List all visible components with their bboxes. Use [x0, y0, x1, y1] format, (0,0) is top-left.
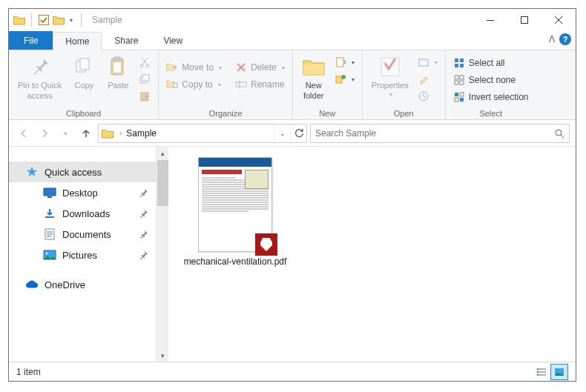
- ribbon: Pin to Quick access Copy Paste: [9, 50, 576, 120]
- ribbon-collapse-icon[interactable]: ᐱ: [549, 34, 555, 44]
- history-icon: [418, 90, 429, 102]
- folder-icon: [99, 128, 116, 139]
- nav-pictures[interactable]: Pictures: [9, 245, 156, 265]
- tab-share[interactable]: Share: [102, 31, 151, 50]
- invert-selection-button[interactable]: Invert selection: [450, 89, 532, 105]
- pin-icon[interactable]: [139, 250, 148, 259]
- move-to-button[interactable]: Move to▾: [163, 59, 225, 76]
- svg-rect-16: [336, 76, 342, 83]
- svg-rect-7: [113, 62, 121, 73]
- close-button[interactable]: [541, 9, 576, 31]
- tab-file[interactable]: File: [9, 31, 53, 50]
- pin-icon[interactable]: [139, 230, 148, 239]
- nav-onedrive[interactable]: OneDrive: [9, 274, 156, 295]
- history-button[interactable]: [415, 88, 441, 104]
- select-none-button[interactable]: Select none: [450, 72, 532, 88]
- paste-shortcut-icon: [139, 90, 151, 102]
- search-input[interactable]: [315, 128, 554, 139]
- open-button[interactable]: ▾: [415, 54, 441, 70]
- scroll-down-icon[interactable]: ▾: [157, 349, 168, 362]
- breadcrumb-separator-icon[interactable]: ›: [116, 129, 125, 137]
- search-box[interactable]: [310, 124, 570, 143]
- copy-path-button[interactable]: [136, 71, 154, 87]
- nav-scrollbar[interactable]: ▴ ▾: [156, 147, 168, 362]
- svg-rect-22: [460, 59, 464, 62]
- maximize-button[interactable]: [507, 9, 541, 31]
- file-list[interactable]: mechanical-ventilation.pdf: [168, 147, 576, 362]
- window-controls: [473, 9, 576, 31]
- delete-button[interactable]: Delete▾: [232, 59, 288, 76]
- address-bar[interactable]: › Sample ⌄: [98, 124, 307, 143]
- ribbon-tabs: File Home Share View ᐱ ?: [9, 31, 576, 50]
- pin-icon[interactable]: [139, 188, 148, 197]
- copy-to-button[interactable]: Copy to▾: [163, 76, 225, 93]
- window-title: Sample: [92, 15, 473, 25]
- chevron-down-icon: ▾: [352, 76, 355, 83]
- star-icon: [25, 165, 39, 179]
- ribbon-group-select: Select all Select none Invert selection …: [446, 50, 536, 119]
- svg-rect-35: [47, 196, 52, 198]
- pin-icon[interactable]: [139, 209, 148, 218]
- pdf-badge-icon: [255, 233, 277, 256]
- downloads-icon: [43, 207, 56, 220]
- new-item-button[interactable]: ▾: [332, 54, 358, 70]
- new-folder-button[interactable]: New folder: [297, 52, 330, 105]
- up-button[interactable]: [77, 124, 95, 142]
- folder-icon[interactable]: [53, 14, 65, 26]
- qat-dropdown-icon[interactable]: ▾: [68, 17, 75, 24]
- refresh-button[interactable]: [290, 124, 306, 142]
- properties-button[interactable]: Properties ▾: [367, 52, 413, 105]
- address-dropdown-icon[interactable]: ⌄: [274, 124, 290, 142]
- search-icon[interactable]: [554, 128, 564, 139]
- cut-button[interactable]: [136, 54, 154, 70]
- separator: [31, 13, 32, 27]
- open-icon: [418, 56, 429, 68]
- tab-home[interactable]: Home: [53, 32, 102, 50]
- separator: [81, 13, 82, 27]
- tab-view[interactable]: View: [151, 31, 195, 50]
- nav-downloads[interactable]: Downloads: [9, 203, 156, 224]
- easy-access-icon: [335, 73, 346, 85]
- pdf-thumbnail: [198, 157, 272, 252]
- easy-access-button[interactable]: ▾: [332, 71, 358, 87]
- copy-path-icon: [139, 73, 151, 85]
- breadcrumb-segment[interactable]: Sample: [125, 128, 274, 139]
- chevron-down-icon: ▾: [218, 82, 221, 88]
- scroll-up-icon[interactable]: ▴: [157, 147, 168, 159]
- scroll-thumb[interactable]: [157, 160, 168, 206]
- svg-rect-6: [114, 57, 120, 61]
- svg-rect-14: [236, 82, 246, 87]
- pictures-icon: [43, 248, 56, 262]
- rename-button[interactable]: Rename: [232, 76, 288, 93]
- svg-rect-2: [521, 17, 528, 24]
- back-button[interactable]: [15, 124, 33, 142]
- svg-rect-11: [142, 75, 149, 81]
- edit-button[interactable]: [415, 71, 441, 87]
- help-icon[interactable]: ?: [559, 33, 571, 45]
- file-explorer-window: ▾ Sample File Home Share View ᐱ ?: [8, 8, 576, 382]
- svg-rect-32: [460, 98, 464, 102]
- copy-button[interactable]: Copy: [68, 52, 100, 105]
- folder-icon: [13, 14, 25, 26]
- select-all-button[interactable]: Select all: [450, 55, 532, 71]
- details-view-button[interactable]: [533, 364, 550, 380]
- nav-desktop[interactable]: Desktop: [9, 182, 156, 203]
- forward-button[interactable]: [36, 124, 53, 142]
- svg-rect-34: [44, 188, 56, 196]
- paste-button[interactable]: Paste: [102, 52, 134, 105]
- rename-icon: [235, 79, 247, 90]
- minimize-button[interactable]: [473, 9, 507, 31]
- file-item[interactable]: mechanical-ventilation.pdf: [183, 157, 287, 268]
- svg-rect-13: [174, 83, 177, 87]
- cut-icon: [139, 56, 151, 68]
- nav-documents[interactable]: Documents: [9, 224, 156, 245]
- paste-shortcut-button[interactable]: [136, 88, 154, 104]
- properties-check-icon[interactable]: [38, 14, 50, 26]
- svg-point-33: [556, 130, 562, 136]
- recent-dropdown-icon[interactable]: ▾: [56, 124, 74, 142]
- chevron-down-icon: ▾: [352, 59, 355, 66]
- nav-quick-access[interactable]: Quick access: [9, 162, 156, 182]
- svg-rect-25: [455, 76, 458, 79]
- pin-to-quick-access-button[interactable]: Pin to Quick access: [13, 52, 66, 105]
- thumbnails-view-button[interactable]: [550, 364, 568, 380]
